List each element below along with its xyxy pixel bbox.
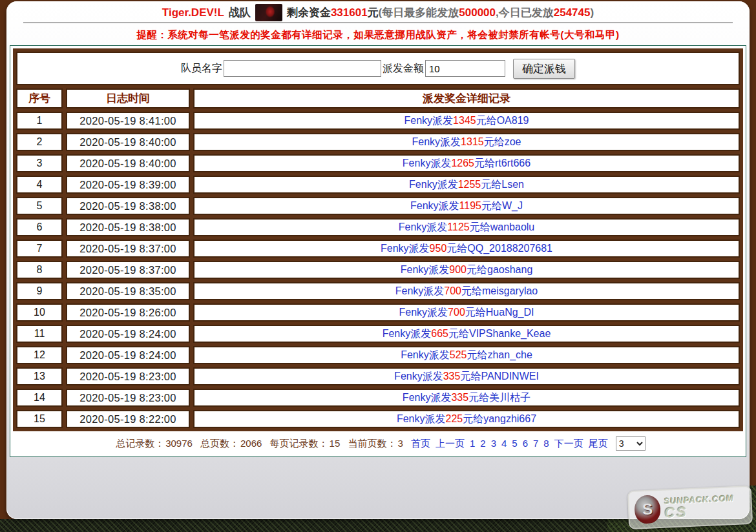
row-time: 2020-05-19 8:38:00 — [66, 197, 190, 215]
row-seq: 15 — [16, 410, 63, 428]
table-row: 12 2020-05-19 8:24:00 Fenky派发525元给zhan_c… — [16, 346, 740, 364]
per-page-label: 每页记录数： — [270, 438, 328, 449]
pagination-link[interactable]: 6 — [523, 438, 528, 449]
record-verb-give: 元给 — [474, 158, 495, 169]
row-time: 2020-05-19 8:37:00 — [66, 261, 190, 279]
table-row: 6 2020-05-19 8:38:00 Fenky派发1125元给wanbao… — [16, 218, 740, 236]
row-time: 2020-05-19 8:37:00 — [66, 240, 190, 258]
record-amount: 1195 — [459, 200, 481, 211]
pagination-link[interactable]: 5 — [512, 438, 517, 449]
content-frame: 队员名字 派发金额 确定派钱 序号 日志时间 派发奖金详细记录 1 2020-0… — [10, 45, 746, 457]
record-verb-give: 元给 — [467, 264, 487, 275]
record-recipient: zoe — [505, 136, 521, 147]
table-row: 15 2020-05-19 8:22:00 Fenky派发225元给yangzh… — [16, 410, 740, 428]
row-seq: 11 — [16, 325, 63, 343]
record-verb-give: 元给 — [446, 243, 467, 254]
row-record: Fenky派发1315元给zoe — [193, 133, 740, 151]
table-row: 4 2020-05-19 8:39:00 Fenky派发1255元给Lsen — [16, 176, 740, 194]
record-recipient: gaoshang — [487, 264, 532, 275]
table-row: 13 2020-05-19 8:23:00 Fenky派发335元给PANDIN… — [16, 367, 740, 385]
record-sender: Fenky — [395, 285, 424, 296]
watermark-logo: S SUNPACK.COM CS — [627, 486, 753, 529]
pagination-link[interactable]: 8 — [543, 438, 549, 449]
watermark-text-line2: CS — [664, 502, 735, 520]
record-sender: Fenky — [383, 328, 411, 339]
page-select-dropdown[interactable]: 3 — [616, 436, 646, 451]
row-seq: 5 — [16, 197, 63, 215]
payout-form: 队员名字 派发金额 确定派钱 — [18, 59, 738, 79]
row-seq: 13 — [16, 367, 63, 385]
amount-label: 派发金额 — [383, 62, 424, 76]
row-time: 2020-05-19 8:24:00 — [66, 346, 190, 364]
record-verb-distribute: 派发 — [410, 328, 431, 339]
row-seq: 7 — [16, 240, 63, 258]
pagination-link[interactable]: 上一页 — [436, 438, 465, 449]
pagination-link[interactable]: 2 — [480, 438, 485, 449]
pagination-link[interactable]: 4 — [501, 438, 507, 449]
member-name-label: 队员名字 — [181, 62, 222, 76]
row-record: Fenky派发700元给HuaNg_DI — [193, 303, 740, 322]
record-sender: Fenky — [394, 371, 423, 382]
table-row: 9 2020-05-19 8:35:00 Fenky派发700元给meisgar… — [16, 282, 740, 300]
record-amount: 1345 — [453, 115, 476, 126]
total-pages-value: 2066 — [240, 438, 262, 449]
record-sender: Fenky — [403, 158, 431, 169]
row-record: Fenky派发225元给yangzhi667 — [193, 410, 740, 428]
pagination-link[interactable]: 1 — [470, 438, 475, 449]
amount-input[interactable] — [425, 60, 505, 77]
confirm-pay-button[interactable]: 确定派钱 — [513, 59, 575, 79]
record-verb-give: 元给 — [481, 200, 502, 211]
row-time: 2020-05-19 8:40:00 — [66, 154, 190, 172]
table-row: 3 2020-05-19 8:40:00 Fenky派发1265元给rt6rt6… — [16, 154, 740, 172]
current-page-label: 当前页数： — [348, 438, 396, 449]
total-pages-label: 总页数： — [200, 438, 239, 449]
main-panel: Tiger.DEV!L战队 剩余资金331601元(每日最多能发放500000,… — [6, 1, 750, 519]
pagination-link[interactable]: 3 — [491, 438, 496, 449]
record-amount: 1265 — [451, 158, 474, 169]
row-seq: 4 — [16, 176, 63, 194]
record-verb-give: 元给 — [461, 285, 482, 296]
record-sender: Fenky — [401, 264, 429, 275]
record-recipient: 美川枯子 — [489, 392, 530, 403]
row-record: Fenky派发1345元给OA819 — [193, 112, 740, 130]
record-verb-distribute: 派发 — [440, 136, 461, 147]
record-amount: 1255 — [458, 179, 481, 190]
record-sender: Fenky — [412, 136, 441, 147]
header-seq: 序号 — [16, 88, 63, 108]
row-seq: 2 — [16, 133, 63, 151]
row-record: Fenky派发950元给QQ_20188207681 — [193, 240, 740, 258]
record-verb-distribute: 派发 — [427, 307, 448, 318]
total-records-label: 总记录数： — [116, 438, 164, 449]
pagination-link[interactable]: 首页 — [411, 438, 430, 449]
record-verb-distribute: 派发 — [428, 264, 449, 275]
record-verb-give: 元给 — [463, 413, 483, 424]
record-verb-distribute: 派发 — [439, 200, 459, 211]
pagination-link[interactable]: 7 — [533, 438, 538, 449]
paren-mid: ,今日已发放 — [496, 6, 554, 19]
record-verb-distribute: 派发 — [437, 179, 458, 190]
record-sender: Fenky — [409, 179, 437, 190]
record-verb-give: 元给 — [448, 328, 469, 339]
record-recipient: zhan_che — [487, 349, 532, 360]
pagination-link[interactable]: 尾页 — [589, 438, 608, 449]
paren-close: ) — [590, 6, 594, 19]
record-amount: 225 — [446, 413, 463, 424]
record-recipient: Lsen — [501, 179, 524, 190]
title-bar: Tiger.DEV!L战队 剩余资金331601元(每日最多能发放500000,… — [23, 1, 733, 23]
record-sender: Fenky — [401, 349, 429, 360]
payout-table-body: 队员名字 派发金额 确定派钱 序号 日志时间 派发奖金详细记录 1 2020-0… — [16, 52, 740, 428]
payout-table: 队员名字 派发金额 确定派钱 序号 日志时间 派发奖金详细记录 1 2020-0… — [13, 48, 743, 431]
table-row: 8 2020-05-19 8:37:00 Fenky派发900元给gaoshan… — [16, 261, 740, 279]
pagination-link[interactable]: 下一页 — [554, 438, 583, 449]
record-verb-give: 元给 — [476, 115, 497, 126]
member-name-input[interactable] — [224, 60, 381, 77]
record-recipient: QQ_20188207681 — [467, 243, 552, 254]
record-verb-distribute: 派发 — [409, 243, 430, 254]
row-seq: 6 — [16, 218, 63, 236]
table-row: 1 2020-05-19 8:41:00 Fenky派发1345元给OA819 — [16, 112, 740, 130]
header-record: 派发奖金详细记录 — [193, 88, 740, 108]
table-row: 14 2020-05-19 8:23:00 Fenky派发335元给美川枯子 — [16, 389, 740, 407]
row-record: Fenky派发1195元给W_J — [193, 197, 740, 215]
header-time: 日志时间 — [66, 88, 190, 108]
record-recipient: HuaNg_DI — [486, 307, 534, 318]
